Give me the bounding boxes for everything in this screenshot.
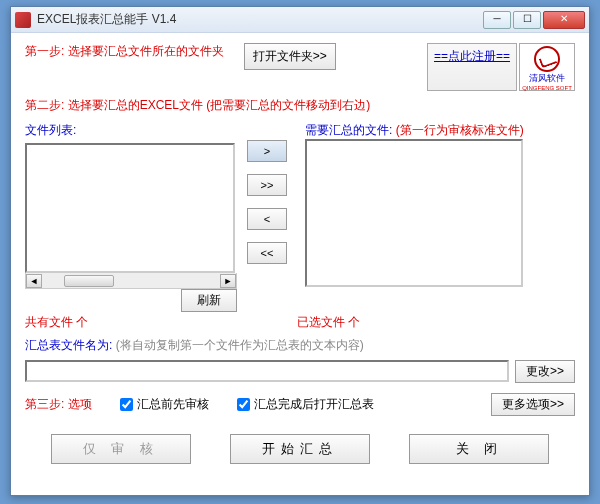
move-buttons: > >> < << [237,122,297,312]
app-window: EXCEL报表汇总能手 V1.4 ─ ☐ ✕ 第一步: 选择要汇总文件所在的文件… [10,6,590,496]
move-left-one-button[interactable]: < [247,208,287,230]
more-options-button[interactable]: 更多选项>> [491,393,575,416]
register-link[interactable]: ==点此注册== [434,49,510,63]
filename-input[interactable] [25,360,509,382]
checkbox-audit-before[interactable]: 汇总前先审核 [120,396,209,413]
step2-row: 第二步: 选择要汇总的EXCEL文件 (把需要汇总的文件移动到右边) [25,97,575,114]
step3-opt: 选项 [68,397,92,411]
step3-label: 第三步: [25,397,64,411]
chk-audit-before-input[interactable] [120,398,133,411]
move-left-all-button[interactable]: << [247,242,287,264]
right-count: 已选文件 个 [297,314,360,331]
copy-note-gray: (将自动复制第一个文件作为汇总表的文本内容) [116,338,364,352]
audit-only-button[interactable]: 仅 审 核 [51,434,191,464]
window-title: EXCEL报表汇总能手 V1.4 [37,11,483,28]
right-list-extra: (第一行为审核标准文件) [396,123,524,137]
content-area: 第一步: 选择要汇总文件所在的文件夹 打开文件夹>> ==点此注册== 清风软件… [11,33,589,474]
chk-audit-before-label: 汇总前先审核 [137,396,209,413]
start-summary-button[interactable]: 开始汇总 [230,434,370,464]
file-list-right[interactable] [305,139,523,287]
refresh-row: 刷新 [25,289,237,312]
copy-note-prefix: 汇总表文件名为: [25,338,112,352]
copy-note: 汇总表文件名为: (将自动复制第一个文件作为汇总表的文本内容) [25,337,575,354]
step3-row: 第三步: 选项 汇总前先审核 汇总完成后打开汇总表 更多选项>> [25,393,575,416]
window-controls: ─ ☐ ✕ [483,11,585,29]
minimize-button[interactable]: ─ [483,11,511,29]
step1-text: 第一步: 选择要汇总文件所在的文件夹 [25,43,224,60]
chk-open-after-label: 汇总完成后打开汇总表 [254,396,374,413]
logo-icon [534,46,560,72]
right-list-labels: 需要汇总的文件: (第一行为审核标准文件) [305,122,575,139]
chk-open-after-input[interactable] [237,398,250,411]
step3-label-group: 第三步: 选项 [25,396,92,413]
left-hscroll[interactable]: ◄ ► [25,273,237,289]
close-window-button[interactable]: ✕ [543,11,585,29]
app-icon [15,12,31,28]
counts-row: 共有文件 个 已选文件 个 [25,314,575,331]
refresh-button[interactable]: 刷新 [181,289,237,312]
step2-label: 第二步: [25,98,64,112]
logo-name: 清风软件 [520,72,574,85]
lists-area: 文件列表: ◄ ► 刷新 > >> < << 需要汇总的文件: [25,122,575,312]
logo-en: QINGFENG SOFT [520,85,574,91]
maximize-button[interactable]: ☐ [513,11,541,29]
move-right-one-button[interactable]: > [247,140,287,162]
logo-box: 清风软件 QINGFENG SOFT [519,43,575,91]
titlebar[interactable]: EXCEL报表汇总能手 V1.4 ─ ☐ ✕ [11,7,589,33]
scroll-left-arrow-icon[interactable]: ◄ [26,274,42,288]
checkbox-open-after[interactable]: 汇总完成后打开汇总表 [237,396,374,413]
left-column: 文件列表: ◄ ► 刷新 [25,122,237,312]
file-list-left[interactable] [25,143,235,273]
scroll-thumb[interactable] [64,275,114,287]
close-button[interactable]: 关 闭 [409,434,549,464]
filename-row: 更改>> [25,360,575,383]
right-column: 需要汇总的文件: (第一行为审核标准文件) [305,122,575,312]
step2-desc: 选择要汇总的EXCEL文件 (把需要汇总的文件移动到右边) [68,98,371,112]
bottom-buttons: 仅 审 核 开始汇总 关 闭 [25,434,575,464]
register-box: ==点此注册== [427,43,517,91]
step1-label: 第一步: [25,44,64,58]
step1-row: 第一步: 选择要汇总文件所在的文件夹 打开文件夹>> ==点此注册== 清风软件… [25,43,575,91]
left-list-label: 文件列表: [25,122,237,139]
change-filename-button[interactable]: 更改>> [515,360,575,383]
open-folder-button[interactable]: 打开文件夹>> [244,43,336,70]
step1-desc: 选择要汇总文件所在的文件夹 [68,44,224,58]
move-right-all-button[interactable]: >> [247,174,287,196]
right-list-label: 需要汇总的文件: [305,123,392,137]
scroll-right-arrow-icon[interactable]: ► [220,274,236,288]
left-count: 共有文件 个 [25,314,297,331]
